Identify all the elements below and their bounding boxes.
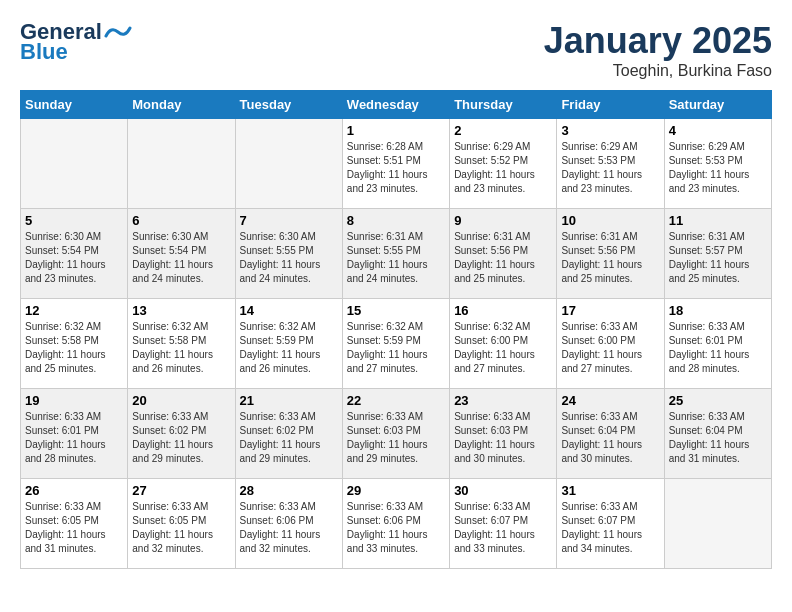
day-number: 3 (561, 123, 659, 138)
calendar-cell: 24Sunrise: 6:33 AM Sunset: 6:04 PM Dayli… (557, 389, 664, 479)
calendar-cell: 7Sunrise: 6:30 AM Sunset: 5:55 PM Daylig… (235, 209, 342, 299)
calendar-header: SundayMondayTuesdayWednesdayThursdayFrid… (21, 91, 772, 119)
day-number: 11 (669, 213, 767, 228)
day-info: Sunrise: 6:29 AM Sunset: 5:53 PM Dayligh… (561, 140, 659, 196)
day-info: Sunrise: 6:33 AM Sunset: 6:02 PM Dayligh… (132, 410, 230, 466)
day-number: 1 (347, 123, 445, 138)
day-number: 14 (240, 303, 338, 318)
calendar-week-row: 19Sunrise: 6:33 AM Sunset: 6:01 PM Dayli… (21, 389, 772, 479)
calendar-week-row: 26Sunrise: 6:33 AM Sunset: 6:05 PM Dayli… (21, 479, 772, 569)
calendar-cell (235, 119, 342, 209)
day-number: 24 (561, 393, 659, 408)
calendar-week-row: 5Sunrise: 6:30 AM Sunset: 5:54 PM Daylig… (21, 209, 772, 299)
day-number: 26 (25, 483, 123, 498)
calendar-cell: 26Sunrise: 6:33 AM Sunset: 6:05 PM Dayli… (21, 479, 128, 569)
day-number: 30 (454, 483, 552, 498)
weekday-header-sunday: Sunday (21, 91, 128, 119)
day-number: 27 (132, 483, 230, 498)
calendar-cell: 30Sunrise: 6:33 AM Sunset: 6:07 PM Dayli… (450, 479, 557, 569)
calendar-cell: 12Sunrise: 6:32 AM Sunset: 5:58 PM Dayli… (21, 299, 128, 389)
calendar-cell: 3Sunrise: 6:29 AM Sunset: 5:53 PM Daylig… (557, 119, 664, 209)
title-block: January 2025 Toeghin, Burkina Faso (544, 20, 772, 80)
calendar-body: 1Sunrise: 6:28 AM Sunset: 5:51 PM Daylig… (21, 119, 772, 569)
calendar-cell: 6Sunrise: 6:30 AM Sunset: 5:54 PM Daylig… (128, 209, 235, 299)
day-number: 28 (240, 483, 338, 498)
calendar-cell: 13Sunrise: 6:32 AM Sunset: 5:58 PM Dayli… (128, 299, 235, 389)
day-number: 10 (561, 213, 659, 228)
calendar-cell: 28Sunrise: 6:33 AM Sunset: 6:06 PM Dayli… (235, 479, 342, 569)
calendar-cell: 8Sunrise: 6:31 AM Sunset: 5:55 PM Daylig… (342, 209, 449, 299)
day-info: Sunrise: 6:33 AM Sunset: 6:06 PM Dayligh… (347, 500, 445, 556)
day-info: Sunrise: 6:33 AM Sunset: 6:00 PM Dayligh… (561, 320, 659, 376)
day-info: Sunrise: 6:31 AM Sunset: 5:55 PM Dayligh… (347, 230, 445, 286)
day-info: Sunrise: 6:30 AM Sunset: 5:54 PM Dayligh… (25, 230, 123, 286)
weekday-header-monday: Monday (128, 91, 235, 119)
day-info: Sunrise: 6:33 AM Sunset: 6:02 PM Dayligh… (240, 410, 338, 466)
day-number: 25 (669, 393, 767, 408)
calendar-cell: 16Sunrise: 6:32 AM Sunset: 6:00 PM Dayli… (450, 299, 557, 389)
day-info: Sunrise: 6:33 AM Sunset: 6:05 PM Dayligh… (132, 500, 230, 556)
day-number: 29 (347, 483, 445, 498)
calendar-table: SundayMondayTuesdayWednesdayThursdayFrid… (20, 90, 772, 569)
calendar-cell: 9Sunrise: 6:31 AM Sunset: 5:56 PM Daylig… (450, 209, 557, 299)
day-info: Sunrise: 6:33 AM Sunset: 6:01 PM Dayligh… (669, 320, 767, 376)
day-info: Sunrise: 6:32 AM Sunset: 5:59 PM Dayligh… (347, 320, 445, 376)
day-info: Sunrise: 6:33 AM Sunset: 6:03 PM Dayligh… (454, 410, 552, 466)
weekday-header-wednesday: Wednesday (342, 91, 449, 119)
day-number: 13 (132, 303, 230, 318)
day-info: Sunrise: 6:32 AM Sunset: 5:58 PM Dayligh… (132, 320, 230, 376)
day-info: Sunrise: 6:33 AM Sunset: 6:05 PM Dayligh… (25, 500, 123, 556)
day-number: 20 (132, 393, 230, 408)
day-number: 6 (132, 213, 230, 228)
day-info: Sunrise: 6:28 AM Sunset: 5:51 PM Dayligh… (347, 140, 445, 196)
calendar-cell: 2Sunrise: 6:29 AM Sunset: 5:52 PM Daylig… (450, 119, 557, 209)
day-info: Sunrise: 6:32 AM Sunset: 5:59 PM Dayligh… (240, 320, 338, 376)
day-number: 2 (454, 123, 552, 138)
day-number: 23 (454, 393, 552, 408)
calendar-cell: 1Sunrise: 6:28 AM Sunset: 5:51 PM Daylig… (342, 119, 449, 209)
day-info: Sunrise: 6:33 AM Sunset: 6:01 PM Dayligh… (25, 410, 123, 466)
logo-wave-icon (104, 22, 132, 42)
calendar-cell: 21Sunrise: 6:33 AM Sunset: 6:02 PM Dayli… (235, 389, 342, 479)
day-number: 9 (454, 213, 552, 228)
day-info: Sunrise: 6:33 AM Sunset: 6:06 PM Dayligh… (240, 500, 338, 556)
calendar-week-row: 1Sunrise: 6:28 AM Sunset: 5:51 PM Daylig… (21, 119, 772, 209)
calendar-cell: 31Sunrise: 6:33 AM Sunset: 6:07 PM Dayli… (557, 479, 664, 569)
day-info: Sunrise: 6:32 AM Sunset: 6:00 PM Dayligh… (454, 320, 552, 376)
calendar-cell: 18Sunrise: 6:33 AM Sunset: 6:01 PM Dayli… (664, 299, 771, 389)
day-number: 18 (669, 303, 767, 318)
calendar-cell: 14Sunrise: 6:32 AM Sunset: 5:59 PM Dayli… (235, 299, 342, 389)
weekday-header-thursday: Thursday (450, 91, 557, 119)
day-info: Sunrise: 6:31 AM Sunset: 5:56 PM Dayligh… (561, 230, 659, 286)
calendar-cell: 25Sunrise: 6:33 AM Sunset: 6:04 PM Dayli… (664, 389, 771, 479)
day-info: Sunrise: 6:30 AM Sunset: 5:55 PM Dayligh… (240, 230, 338, 286)
day-number: 5 (25, 213, 123, 228)
calendar-cell (128, 119, 235, 209)
day-info: Sunrise: 6:31 AM Sunset: 5:57 PM Dayligh… (669, 230, 767, 286)
day-number: 19 (25, 393, 123, 408)
calendar-cell: 29Sunrise: 6:33 AM Sunset: 6:06 PM Dayli… (342, 479, 449, 569)
day-info: Sunrise: 6:33 AM Sunset: 6:04 PM Dayligh… (561, 410, 659, 466)
calendar-cell: 11Sunrise: 6:31 AM Sunset: 5:57 PM Dayli… (664, 209, 771, 299)
calendar-cell: 4Sunrise: 6:29 AM Sunset: 5:53 PM Daylig… (664, 119, 771, 209)
day-number: 4 (669, 123, 767, 138)
weekday-header-friday: Friday (557, 91, 664, 119)
day-info: Sunrise: 6:33 AM Sunset: 6:04 PM Dayligh… (669, 410, 767, 466)
day-info: Sunrise: 6:29 AM Sunset: 5:52 PM Dayligh… (454, 140, 552, 196)
calendar-title: January 2025 (544, 20, 772, 62)
calendar-cell: 10Sunrise: 6:31 AM Sunset: 5:56 PM Dayli… (557, 209, 664, 299)
logo: General Blue (20, 20, 132, 64)
calendar-cell: 5Sunrise: 6:30 AM Sunset: 5:54 PM Daylig… (21, 209, 128, 299)
calendar-cell: 19Sunrise: 6:33 AM Sunset: 6:01 PM Dayli… (21, 389, 128, 479)
day-number: 7 (240, 213, 338, 228)
weekday-header-row: SundayMondayTuesdayWednesdayThursdayFrid… (21, 91, 772, 119)
calendar-cell: 15Sunrise: 6:32 AM Sunset: 5:59 PM Dayli… (342, 299, 449, 389)
calendar-cell: 23Sunrise: 6:33 AM Sunset: 6:03 PM Dayli… (450, 389, 557, 479)
page-header: General Blue January 2025 Toeghin, Burki… (20, 20, 772, 80)
calendar-week-row: 12Sunrise: 6:32 AM Sunset: 5:58 PM Dayli… (21, 299, 772, 389)
day-number: 12 (25, 303, 123, 318)
day-info: Sunrise: 6:31 AM Sunset: 5:56 PM Dayligh… (454, 230, 552, 286)
day-info: Sunrise: 6:29 AM Sunset: 5:53 PM Dayligh… (669, 140, 767, 196)
calendar-cell: 20Sunrise: 6:33 AM Sunset: 6:02 PM Dayli… (128, 389, 235, 479)
day-number: 31 (561, 483, 659, 498)
